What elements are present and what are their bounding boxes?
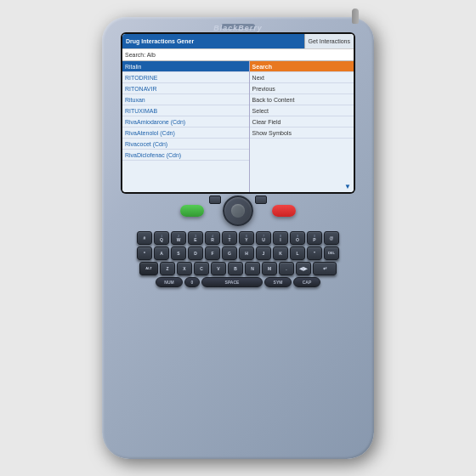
drug-list[interactable]: Ritalin RITODRINE RITONAVIR Rituxan RITU [122,61,250,192]
end-button[interactable] [272,205,296,217]
keyboard-bottom-row: NUM 0 SPACE SYM CAP [116,277,360,287]
key-a[interactable]: A [154,246,169,260]
key-enter[interactable]: ↵ [313,262,337,275]
key-c[interactable]: C [194,262,209,275]
context-menu-item-clear[interactable]: Clear Field [250,116,354,128]
key-w[interactable]: 2W [171,231,186,245]
key-n[interactable]: N [245,262,260,275]
key-l[interactable]: L [290,246,305,260]
list-item[interactable]: RITONAVIR [122,83,249,94]
key-v[interactable]: V [211,262,226,275]
key-hash[interactable]: # [137,231,152,245]
key-del[interactable]: DEL [324,246,339,260]
device-body: BlackBerry Drug Interactions Gener Get I… [102,17,374,459]
header-action-label: Get Interactions [309,38,350,44]
antenna [352,8,359,24]
key-y[interactable]: 6Y [239,231,254,245]
key-x[interactable]: X [177,262,192,275]
trackball[interactable] [223,196,253,226]
key-u[interactable]: 7U [256,231,271,245]
list-item[interactable]: RivaAmiodarone (Cdn) [122,116,249,128]
key-volume[interactable]: ◀▶ [296,262,311,275]
key-sym[interactable]: SYM [264,277,292,287]
key-g[interactable]: G [222,246,237,260]
navigation-buttons [121,196,355,226]
context-menu-item-back[interactable]: Back to Content [250,94,354,105]
key-s[interactable]: S [171,246,186,260]
key-alt[interactable]: ALT [139,262,158,275]
key-b[interactable]: B [228,262,243,275]
call-button[interactable] [180,205,204,217]
key-q[interactable]: 1Q [154,231,169,245]
list-item[interactable]: RivaAtenolol (Cdn) [122,128,249,139]
key-j[interactable]: J [256,246,271,260]
search-value: Search: Alb [125,52,156,58]
key-p[interactable]: 0P [307,231,322,245]
scroll-down-icon: ▼ [344,183,351,190]
key-r[interactable]: 4R [205,231,220,245]
key-quote[interactable]: " [307,246,322,260]
key-o[interactable]: 9O [290,231,305,245]
key-d[interactable]: D [188,246,203,260]
search-bar[interactable]: Search: Alb [122,49,354,61]
key-at[interactable]: @ [324,231,339,245]
key-num[interactable]: NUM [156,277,183,287]
context-menu-item-previous[interactable]: Previous [250,83,354,94]
key-e[interactable]: 3E [188,231,203,245]
key-m[interactable]: M [262,262,277,275]
key-0[interactable]: 0 [184,277,200,287]
blackberry-device: BlackBerry Drug Interactions Gener Get I… [102,17,374,459]
list-item[interactable]: Rituxan [122,94,249,105]
list-item[interactable]: RITUXIMAB [122,105,249,116]
key-z[interactable]: Z [160,262,175,275]
header-title-area: Drug Interactions Gener [122,34,304,48]
header-title: Drug Interactions Gener [126,38,194,44]
list-item[interactable]: RivaDiclofenac (Cdn) [122,150,249,161]
key-f[interactable]: F [205,246,220,260]
key-h[interactable]: H [239,246,254,260]
brand-logo: BlackBerry [213,24,263,32]
key-period[interactable]: . [279,262,294,275]
screen-content: Ritalin RITODRINE RITONAVIR Rituxan RITU [122,61,354,192]
trackball-inner [231,204,245,218]
screen-bezel: Drug Interactions Gener Get Interactions… [121,32,355,194]
context-menu-item-select[interactable]: Select [250,105,354,116]
list-item[interactable]: RITODRINE [122,72,249,83]
key-k[interactable]: K [273,246,288,260]
context-menu: Search Next Previous Back to Content Sel [250,61,354,192]
key-cap[interactable]: CAP [293,277,320,287]
context-menu-item-search[interactable]: Search [250,61,354,72]
keyboard-row-1: # 1Q 2W 3E 4R 5T 6Y 7U 8I 9O 0P @ [116,231,360,245]
list-item[interactable]: Ritalin [122,61,249,72]
screen-header: Drug Interactions Gener Get Interactions [122,34,354,49]
header-action-area[interactable]: Get Interactions [304,34,354,48]
keyboard-row-3: ALT Z X C V B N M . ◀▶ ↵ [116,262,360,275]
key-star[interactable]: * [137,246,152,260]
key-space[interactable]: SPACE [201,277,263,287]
context-menu-item-next[interactable]: Next [250,72,354,83]
key-i[interactable]: 8I [273,231,288,245]
keyboard: # 1Q 2W 3E 4R 5T 6Y 7U 8I 9O 0P @ * A S … [116,231,360,442]
context-menu-item-symbols[interactable]: Show Symbols [250,128,354,139]
list-item[interactable]: Rivacocet (Cdn) [122,139,249,150]
keyboard-row-2: * A S D F G H J K L " DEL [116,246,360,260]
device-screen: Drug Interactions Gener Get Interactions… [122,34,354,192]
key-t[interactable]: 5T [222,231,237,245]
